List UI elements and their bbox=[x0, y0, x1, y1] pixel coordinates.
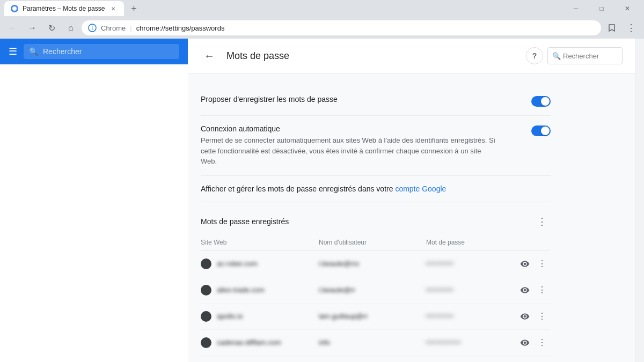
auto-login-toggle[interactable] bbox=[531, 125, 551, 136]
password-row: aliex-trade.com l.beaute@rr •••••••• ⋮ bbox=[201, 277, 551, 304]
address-separator: | bbox=[130, 24, 131, 32]
passwords-section: Mots de passe enregistrés ⋮ Site Web Nom… bbox=[201, 206, 551, 363]
browser-toolbar: ← → ↻ ⌂ i Chrome | chrome://settings/pas… bbox=[0, 17, 644, 39]
google-account-link[interactable]: compte Google bbox=[395, 184, 446, 193]
show-password-button-4[interactable] bbox=[517, 335, 532, 350]
forward-button[interactable]: → bbox=[24, 19, 41, 36]
scrollbar-track bbox=[635, 39, 644, 362]
username-cell-4: info bbox=[319, 338, 426, 346]
propose-save-setting: Proposer d'enregistrer les mots de passe bbox=[201, 86, 551, 116]
top-search-wrap: 🔍 bbox=[24, 44, 179, 59]
menu-icon[interactable]: ☰ bbox=[9, 46, 17, 57]
username-cell-1: l.beaute@rro bbox=[319, 260, 426, 268]
account-link-prefix: Afficher et gérer les mots de passe enre… bbox=[201, 184, 395, 193]
username-cell-3: lam.guillaup@rr bbox=[319, 312, 426, 320]
svg-point-0 bbox=[12, 6, 17, 11]
site-cell-1: ac-rober.com bbox=[201, 258, 319, 269]
browser-frame: Paramètres – Mots de passe ✕ + ─ □ ✕ ← →… bbox=[0, 0, 644, 362]
page-header: ← Mots de passe ? 🔍 bbox=[188, 39, 635, 73]
password-cell-1: •••••••• bbox=[426, 260, 507, 268]
propose-save-text: Proposer d'enregistrer les mots de passe bbox=[201, 95, 523, 106]
address-text: chrome://settings/passwords bbox=[136, 24, 225, 32]
row-more-button-1[interactable]: ⋮ bbox=[535, 256, 550, 271]
username-cell-2: l.beaute@rr bbox=[319, 286, 426, 294]
auto-login-setting: Connexion automatique Permet de se conne… bbox=[201, 116, 551, 176]
site-cell-4: cadenas-difflam.com bbox=[201, 337, 319, 348]
back-button[interactable]: ← bbox=[4, 19, 21, 36]
site-favicon-4 bbox=[201, 337, 211, 348]
propose-save-label: Proposer d'enregistrer les mots de passe bbox=[201, 95, 523, 104]
sidebar-header: ☰ 🔍 bbox=[0, 39, 188, 64]
back-to-settings-button[interactable]: ← bbox=[201, 47, 218, 64]
reload-button[interactable]: ↻ bbox=[43, 19, 60, 36]
password-search-input[interactable] bbox=[563, 52, 618, 60]
auto-login-description: Permet de se connecter automatiquement a… bbox=[201, 135, 496, 167]
tab-title: Paramètres – Mots de passe bbox=[23, 5, 105, 12]
site-favicon-1 bbox=[201, 258, 211, 269]
row-more-button-4[interactable]: ⋮ bbox=[535, 335, 550, 350]
page-title: Mots de passe bbox=[226, 50, 517, 62]
minimize-button[interactable]: ─ bbox=[564, 0, 588, 17]
site-name-3: apollo.io bbox=[217, 312, 243, 320]
title-bar: Paramètres – Mots de passe ✕ + ─ □ ✕ bbox=[0, 0, 644, 17]
sidebar-content bbox=[0, 64, 188, 82]
svg-text:i: i bbox=[92, 26, 93, 31]
top-search-input[interactable] bbox=[24, 44, 179, 59]
address-bar[interactable]: i Chrome | chrome://settings/passwords bbox=[82, 20, 601, 35]
password-search-icon: 🔍 bbox=[552, 52, 561, 60]
auto-login-label: Connexion automatique bbox=[201, 124, 523, 133]
site-favicon-2 bbox=[201, 285, 211, 295]
col-header-site: Site Web bbox=[201, 239, 319, 246]
col-header-username: Nom d'utilisateur bbox=[319, 239, 426, 246]
tab-strip: Paramètres – Mots de passe ✕ + bbox=[4, 1, 141, 16]
site-cell-3: apollo.io bbox=[201, 311, 319, 322]
password-row: apollo.io lam.guillaup@rr •••••••• ⋮ bbox=[201, 304, 551, 330]
propose-save-toggle[interactable] bbox=[531, 96, 551, 107]
site-name-4: cadenas-difflam.com bbox=[217, 338, 281, 346]
row-actions-4: ⋮ bbox=[507, 335, 550, 350]
bookmark-button[interactable] bbox=[603, 19, 620, 36]
password-cell-2: •••••••• bbox=[426, 286, 507, 294]
tab-favicon bbox=[11, 5, 18, 12]
passwords-section-header: Mots de passe enregistrés ⋮ bbox=[201, 206, 551, 234]
tab-close-button[interactable]: ✕ bbox=[109, 4, 118, 13]
passwords-table-header: Site Web Nom d'utilisateur Mot de passe bbox=[201, 234, 551, 251]
site-name-1: ac-rober.com bbox=[217, 260, 258, 268]
col-header-actions bbox=[507, 239, 550, 246]
maximize-button[interactable]: □ bbox=[589, 0, 614, 17]
passwords-more-button[interactable]: ⋮ bbox=[533, 213, 551, 230]
security-icon: i bbox=[88, 24, 97, 32]
window-controls: ─ □ ✕ bbox=[564, 0, 640, 17]
auto-login-text: Connexion automatique Permet de se conne… bbox=[201, 124, 523, 167]
show-password-button-3[interactable] bbox=[517, 309, 532, 324]
password-cell-3: •••••••• bbox=[426, 312, 507, 320]
password-cell-4: •••••••••• bbox=[426, 338, 507, 346]
new-tab-button[interactable]: + bbox=[126, 1, 141, 16]
show-password-button-1[interactable] bbox=[517, 256, 532, 271]
row-more-button-3[interactable]: ⋮ bbox=[535, 309, 550, 324]
address-origin: Chrome bbox=[101, 24, 126, 32]
settings-sidebar: ☰ 🔍 bbox=[0, 39, 188, 362]
password-row: demariot.com mariat@rr@groupe-r ••••••••… bbox=[201, 356, 551, 363]
browser-tab[interactable]: Paramètres – Mots de passe ✕ bbox=[4, 1, 124, 16]
help-button[interactable]: ? bbox=[526, 47, 543, 64]
col-header-password: Mot de passe bbox=[426, 239, 507, 246]
passwords-section-title: Mots de passe enregistrés bbox=[201, 217, 289, 226]
account-link-row: Afficher et gérer les mots de passe enre… bbox=[201, 176, 551, 202]
chrome-menu-button[interactable]: ⋮ bbox=[623, 19, 640, 36]
header-actions: ? 🔍 bbox=[526, 47, 623, 64]
show-password-button-2[interactable] bbox=[517, 283, 532, 298]
close-button[interactable]: ✕ bbox=[615, 0, 640, 17]
site-cell-2: aliex-trade.com bbox=[201, 285, 319, 295]
row-actions-2: ⋮ bbox=[507, 283, 550, 298]
row-more-button-2[interactable]: ⋮ bbox=[535, 283, 550, 298]
home-button[interactable]: ⌂ bbox=[62, 19, 79, 36]
password-row: cadenas-difflam.com info •••••••••• ⋮ bbox=[201, 330, 551, 356]
site-name-2: aliex-trade.com bbox=[217, 286, 265, 294]
content-area: ☰ 🔍 ← Mots de passe ? 🔍 bbox=[0, 39, 644, 362]
main-panel: ← Mots de passe ? 🔍 Proposer d'enregistr… bbox=[188, 39, 635, 362]
row-actions-1: ⋮ bbox=[507, 256, 550, 271]
site-favicon-3 bbox=[201, 311, 211, 322]
row-actions-3: ⋮ bbox=[507, 309, 550, 324]
password-search-box[interactable]: 🔍 bbox=[547, 47, 623, 64]
